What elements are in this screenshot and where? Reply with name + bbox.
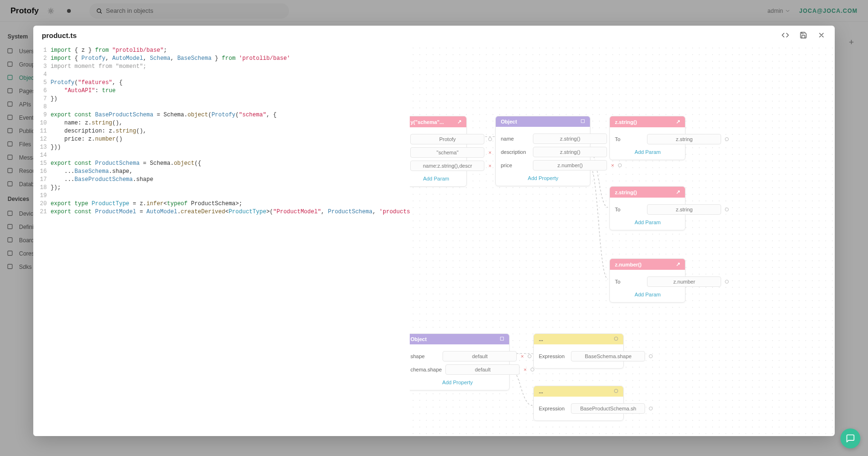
port-icon[interactable] (649, 354, 653, 358)
node-row: × (410, 147, 462, 158)
modal-title: product.ts (42, 31, 77, 39)
add-row-button[interactable]: Add Property (410, 378, 504, 386)
row-label: To (615, 279, 643, 285)
row-input[interactable] (533, 160, 607, 171)
svg-rect-19 (581, 120, 585, 123)
remove-icon[interactable]: × (488, 150, 491, 155)
add-row-button[interactable]: Add Param (615, 290, 680, 298)
row-input[interactable] (533, 147, 607, 157)
row-input[interactable] (647, 276, 721, 287)
row-label: name (501, 136, 529, 142)
add-row-button[interactable]: Add Param (615, 147, 680, 156)
row-label: description (501, 149, 529, 155)
row-input[interactable] (533, 133, 607, 144)
node-row: To (615, 134, 680, 144)
port-icon[interactable] (618, 163, 622, 167)
remove-icon[interactable]: × (521, 353, 523, 359)
svg-rect-20 (501, 337, 504, 341)
row-input[interactable] (445, 364, 520, 375)
flow-node[interactable]: ...Expression (533, 386, 624, 421)
close-icon[interactable] (817, 30, 826, 40)
row-input[interactable] (571, 351, 645, 361)
add-row-button[interactable]: Add Property (501, 173, 585, 182)
node-row: price× (501, 160, 585, 171)
node-header[interactable]: Object (496, 116, 590, 127)
row-label: Expression (539, 406, 567, 411)
chat-fab[interactable] (840, 428, 860, 448)
node-row: To (615, 276, 680, 287)
port-icon[interactable] (530, 368, 534, 371)
node-title: ... (539, 336, 543, 342)
add-row-button[interactable]: Add Param (410, 174, 462, 182)
node-header[interactable]: z.string()↗ (610, 116, 685, 127)
flow-node[interactable]: z.string()↗ToAdd Param (609, 116, 685, 160)
flow-canvas[interactable]: y("schema"...↗××Add ParamObjectname×desc… (410, 45, 835, 436)
node-header[interactable]: Object (410, 334, 509, 344)
expand-icon[interactable]: ↗ (676, 119, 680, 125)
flow-node[interactable]: ...Expression (533, 333, 624, 369)
row-input[interactable] (410, 147, 484, 158)
expand-icon[interactable] (580, 119, 585, 124)
node-header[interactable]: ... (534, 386, 623, 397)
expand-icon[interactable] (614, 336, 618, 342)
row-input[interactable] (443, 351, 517, 361)
row-label: To (615, 207, 643, 212)
row-input[interactable] (410, 161, 484, 171)
port-icon[interactable] (725, 137, 729, 141)
node-row: description× (501, 147, 585, 157)
node-row: shape× (410, 351, 504, 361)
node-header[interactable]: z.string()↗ (610, 187, 685, 198)
row-label: chema.shape (410, 367, 442, 372)
remove-icon[interactable]: × (523, 367, 526, 372)
row-input[interactable] (647, 134, 721, 144)
row-label: Expression (539, 353, 567, 359)
svg-point-22 (615, 389, 618, 393)
flow-node[interactable]: z.string()↗ToAdd Param (609, 186, 685, 230)
node-row: chema.shape× (410, 364, 504, 375)
node-row: Expression (539, 351, 618, 361)
node-row (410, 134, 462, 144)
node-row: name× (501, 133, 585, 144)
port-icon[interactable] (725, 280, 729, 284)
node-title: Object (501, 119, 517, 124)
node-header[interactable]: z.number()↗ (610, 259, 685, 270)
port-icon[interactable] (488, 137, 492, 141)
node-row: To (615, 204, 680, 215)
remove-icon[interactable]: × (611, 162, 614, 168)
flow-node[interactable]: y("schema"...↗××Add Param (410, 116, 467, 187)
node-row: × (410, 161, 462, 171)
remove-icon[interactable]: × (488, 163, 491, 169)
row-label: shape (410, 353, 439, 359)
port-icon[interactable] (528, 354, 531, 358)
port-icon[interactable] (725, 208, 729, 211)
expand-icon[interactable] (500, 336, 504, 342)
flow-node[interactable]: z.number()↗ToAdd Param (609, 258, 685, 303)
code-editor[interactable]: 123456789101112131415161718192021 import… (33, 45, 410, 436)
row-label: To (615, 136, 643, 142)
flow-node[interactable]: Objectshape×chema.shape×Add Property (410, 333, 510, 390)
node-title: z.string() (615, 119, 637, 125)
add-row-button[interactable]: Add Param (615, 218, 680, 226)
row-input[interactable] (647, 204, 721, 215)
code-toggle-icon[interactable] (781, 30, 790, 40)
node-title: z.string() (615, 190, 637, 195)
node-title: ... (539, 389, 543, 394)
node-title: z.number() (615, 262, 641, 267)
port-icon[interactable] (649, 407, 653, 410)
row-input[interactable] (410, 134, 484, 144)
row-label: price (501, 162, 529, 168)
expand-icon[interactable] (614, 389, 618, 394)
expand-icon[interactable]: ↗ (676, 189, 680, 195)
node-row: Expression (539, 403, 618, 414)
node-title: y("schema"... (410, 119, 444, 125)
flow-node[interactable]: Objectname×description×price×Add Propert… (495, 116, 590, 186)
expand-icon[interactable]: ↗ (676, 261, 680, 267)
svg-point-21 (615, 337, 618, 341)
save-icon[interactable] (799, 30, 808, 40)
node-title: Object (410, 336, 426, 342)
node-header[interactable]: y("schema"...↗ (410, 116, 466, 127)
expand-icon[interactable]: ↗ (457, 119, 462, 125)
node-header[interactable]: ... (534, 334, 623, 344)
editor-modal: product.ts 12345678910111213141516171819… (33, 26, 835, 436)
row-input[interactable] (571, 403, 645, 414)
